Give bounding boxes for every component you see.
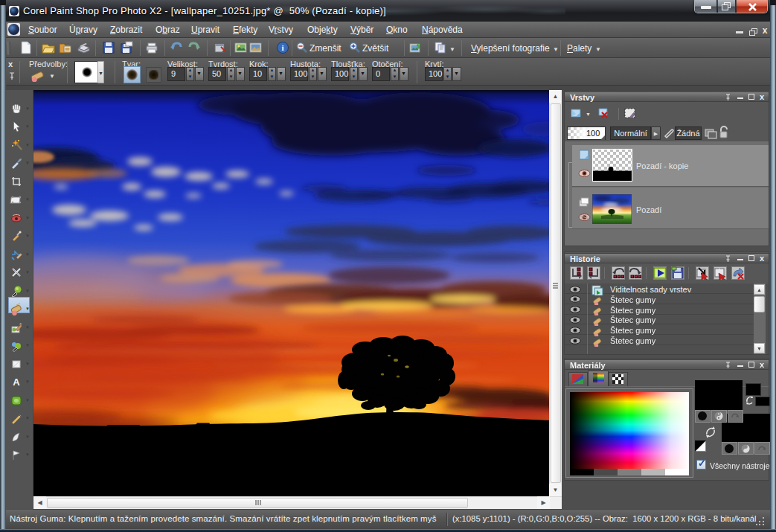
svg-text:A: A: [13, 376, 20, 388]
svg-text:i: i: [281, 43, 283, 52]
